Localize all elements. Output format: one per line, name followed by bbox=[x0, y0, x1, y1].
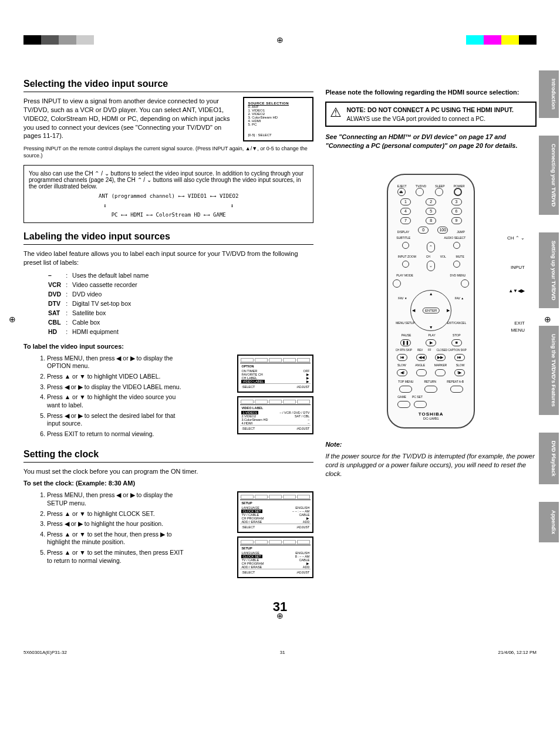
remote-callout-exit: EXIT bbox=[514, 320, 525, 326]
section-heading: Labeling the video input sources bbox=[23, 231, 313, 245]
video-label-menu-screenshot: VIDEO LABEL 1.VIDEO1– / VCR / DVD / DTV … bbox=[237, 396, 313, 434]
section-heading: Selecting the video input source bbox=[23, 79, 313, 92]
figure-caption: Pressing INPUT on the remote control dis… bbox=[23, 145, 313, 159]
label-definitions-table: –:Uses the default label name VCR:Video … bbox=[47, 271, 153, 338]
setup-menu-screenshot: SETUP LANGUAGEENGLISH CLOCK SET– – : – –… bbox=[237, 491, 313, 533]
body-text: The video label feature allows you to la… bbox=[23, 249, 313, 267]
tab-introduction: Introduction bbox=[539, 70, 559, 118]
section-heading: Setting the clock bbox=[23, 449, 313, 463]
setup-menu-screenshot-2: SETUP LANGUAGEENGLISH CLOCK SET8 : – – A… bbox=[237, 536, 313, 578]
color-registration-bar bbox=[466, 35, 537, 45]
remote-control-illustration: EJECT⏏ TV/DVD SLEEP POWER 123 456 789 DI… bbox=[387, 174, 475, 428]
grayscale-registration-bar bbox=[23, 35, 94, 45]
remote-callout-input: INPUT bbox=[511, 265, 525, 270]
remote-callout-menu: MENU bbox=[511, 328, 525, 333]
option-menu-screenshot: OPTION ON TIMEROFF FAVORITE CH▶ CH LABEL… bbox=[237, 355, 313, 393]
instruction-list: Press MENU, then press ◀ or ▶ to display… bbox=[47, 491, 185, 565]
tab-setting-up: Setting up your TV/DVD bbox=[539, 232, 559, 309]
sub-heading: To label the video input sources: bbox=[23, 342, 313, 351]
info-box: You also can use the CH ⌃ / ⌄ buttons to… bbox=[23, 165, 313, 223]
warning-triangle-icon: ⚠ bbox=[330, 106, 342, 119]
remote-callout-arrows: ▲▼◀▶ bbox=[508, 288, 525, 293]
print-footer: 5X60301A(E)P31-32 31 21/4/06, 12:12 PM bbox=[0, 650, 560, 655]
registration-mark-icon: ⊕ bbox=[9, 315, 16, 324]
body-text: Please note the following regarding the … bbox=[325, 88, 537, 97]
sub-heading: To set the clock: (Example: 8:30 AM) bbox=[23, 479, 313, 488]
source-selection-menu: SOURCE SELECTION 0. ANT 1. VIDEO1 2. VID… bbox=[243, 97, 313, 141]
tab-appendix: Appendix bbox=[539, 502, 559, 542]
body-text: You must set the clock before you can pr… bbox=[23, 467, 313, 476]
instruction-list: Press MENU, then press ◀ or ▶ to display… bbox=[47, 355, 185, 438]
cross-reference: See "Connecting an HDMI™ or DVI device" … bbox=[325, 133, 537, 150]
registration-mark-icon: ⊕ bbox=[276, 35, 284, 45]
tab-using-features: Using the TV/DVD's Features bbox=[539, 326, 559, 415]
tab-connecting: Connecting your TV/DVD bbox=[539, 136, 559, 215]
registration-mark-icon: ⊕ bbox=[276, 611, 284, 620]
note-heading: Note: bbox=[325, 440, 537, 449]
note-body: If the power source for the TV/DVD is in… bbox=[325, 452, 537, 478]
tab-dvd-playback: DVD Playback bbox=[539, 433, 559, 485]
remote-callout-ch: CH ⌃ ⌄ bbox=[507, 235, 525, 241]
chapter-tabs: Introduction Connecting your TV/DVD Sett… bbox=[539, 70, 559, 542]
warning-box: ⚠ NOTE: DO NOT CONNECT A PC USING THE HD… bbox=[325, 102, 537, 127]
